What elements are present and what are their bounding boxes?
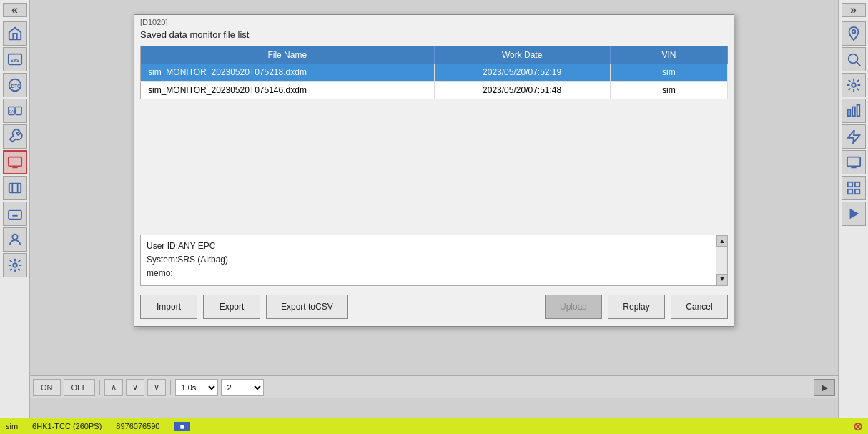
dialog-overlay: [D1020] Saved data monitor file list Fil… (30, 0, 838, 418)
svg-point-22 (848, 54, 857, 64)
sidebar-item-monitor[interactable] (3, 150, 27, 174)
left-sidebar: « SYS DTC (0, 0, 30, 418)
sidebar-right-flash[interactable] (842, 124, 866, 149)
sidebar-item-can[interactable]: CAN (3, 99, 27, 123)
export-csv-button[interactable]: Export toCSV (266, 295, 348, 319)
svg-rect-26 (852, 107, 855, 117)
sidebar-right-search[interactable] (842, 47, 866, 71)
status-serial: 8976076590 (116, 422, 159, 430)
info-area: User ID:ANY EPC System:SRS (Airbag) memo… (140, 235, 728, 286)
sidebar-right-chart[interactable] (842, 99, 866, 123)
count-select[interactable]: 2 1 4 (221, 379, 264, 396)
svg-point-19 (12, 235, 17, 240)
svg-text:SYS: SYS (10, 58, 20, 63)
sidebar-right-grid[interactable] (842, 176, 866, 200)
svg-rect-34 (854, 189, 859, 194)
scrollbar-up[interactable]: ▲ (716, 235, 728, 247)
right-collapse-button[interactable]: » (842, 3, 866, 17)
wave-down-button[interactable]: ∨ (126, 379, 144, 396)
table-row[interactable]: sim_MONITOR_20230520T075146.dxdm2023/05/… (141, 82, 728, 99)
sidebar-right-map[interactable] (842, 21, 866, 46)
info-scrollbar[interactable]: ▲ ▼ (716, 235, 727, 285)
info-system: System:SRS (Airbag) (147, 253, 721, 267)
bottom-toolbar: ON OFF ∧ ∨ ∨ 1.0s 0.5s 2.0s 2 1 4 ▶ (30, 375, 838, 398)
sidebar-right-screen[interactable] (842, 150, 866, 174)
file-table: File Name Work Date VIN sim_MONITOR_2023… (140, 46, 728, 99)
import-button[interactable]: Import (140, 295, 197, 319)
col-header-filename: File Name (141, 46, 435, 64)
info-userid: User ID:ANY EPC (147, 240, 721, 253)
sidebar-item-keyboard[interactable] (3, 202, 27, 226)
cell-vin: sim (610, 64, 727, 82)
cancel-button[interactable]: Cancel (671, 295, 728, 319)
table-header-row: File Name Work Date VIN (141, 46, 728, 64)
off-button[interactable]: OFF (64, 379, 95, 396)
dialog: [D1020] Saved data monitor file list Fil… (134, 14, 734, 327)
scrollbar-down[interactable]: ▼ (716, 274, 728, 285)
svg-point-21 (852, 30, 855, 34)
replay-button[interactable]: Replay (608, 295, 665, 319)
divider1 (99, 380, 100, 395)
sidebar-item-update[interactable] (3, 253, 27, 277)
wave-up-button[interactable]: ∧ (104, 379, 123, 396)
svg-rect-27 (857, 105, 859, 117)
sidebar-item-dtc[interactable]: DTC (3, 73, 27, 97)
svg-line-23 (856, 62, 860, 66)
divider2 (170, 380, 171, 395)
left-collapse-button[interactable]: « (3, 3, 27, 17)
sidebar-item-home[interactable] (3, 21, 27, 46)
info-memo: memo: (147, 267, 721, 280)
sidebar-item-person[interactable] (3, 227, 27, 252)
sidebar-item-io[interactable] (3, 176, 27, 200)
svg-rect-33 (847, 189, 852, 194)
svg-rect-31 (847, 182, 852, 187)
svg-rect-32 (854, 182, 859, 187)
status-vin: sim (6, 422, 18, 430)
status-x-icon: ⊗ (853, 420, 862, 433)
svg-rect-13 (8, 210, 21, 219)
on-button[interactable]: ON (33, 379, 61, 396)
col-header-workdate: Work Date (434, 46, 610, 64)
svg-point-20 (13, 263, 17, 267)
status-blue-indicator: ■ (174, 422, 190, 431)
cell-filename: sim_MONITOR_20230520T075146.dxdm (141, 82, 435, 99)
status-engine: 6HK1-TCC (260PS) (32, 422, 102, 430)
status-bar: sim 6HK1-TCC (260PS) 8976076590 ■ ⊗ (0, 418, 868, 434)
svg-rect-5 (15, 107, 21, 115)
file-list-area: File Name Work Date VIN sim_MONITOR_2023… (134, 46, 734, 232)
sidebar-item-tools[interactable] (3, 124, 27, 149)
dialog-id: [D1020] (134, 15, 734, 28)
time-select[interactable]: 1.0s 0.5s 2.0s (175, 379, 218, 396)
upload-button[interactable]: Upload (545, 295, 602, 319)
wave-check-button[interactable]: ∨ (147, 379, 166, 396)
cell-workdate: 2023/05/20/07:52:19 (434, 64, 610, 82)
sidebar-right-play[interactable] (842, 202, 866, 226)
svg-rect-8 (8, 157, 21, 167)
sidebar-item-sys[interactable]: SYS (3, 47, 27, 71)
svg-point-24 (852, 83, 856, 87)
sidebar-right-config[interactable] (842, 73, 866, 97)
svg-rect-25 (847, 109, 850, 116)
button-row: Import Export Export toCSV Upload Replay… (134, 289, 734, 326)
svg-text:CAN: CAN (9, 110, 16, 114)
svg-rect-10 (9, 184, 21, 193)
table-row[interactable]: sim_MONITOR_20230520T075218.dxdm2023/05/… (141, 64, 728, 82)
cell-filename: sim_MONITOR_20230520T075218.dxdm (141, 64, 435, 82)
col-header-vin: VIN (610, 46, 727, 64)
cell-workdate: 2023/05/20/07:51:48 (434, 82, 610, 99)
export-button[interactable]: Export (203, 295, 260, 319)
play-button[interactable]: ▶ (814, 379, 835, 396)
svg-text:DTC: DTC (11, 84, 21, 89)
svg-marker-35 (849, 209, 859, 220)
right-sidebar: » (838, 0, 868, 418)
center-area: [D1020] Saved data monitor file list Fil… (30, 0, 838, 418)
cell-vin: sim (610, 82, 727, 99)
svg-rect-28 (847, 157, 859, 167)
dialog-title: Saved data monitor file list (134, 28, 734, 46)
